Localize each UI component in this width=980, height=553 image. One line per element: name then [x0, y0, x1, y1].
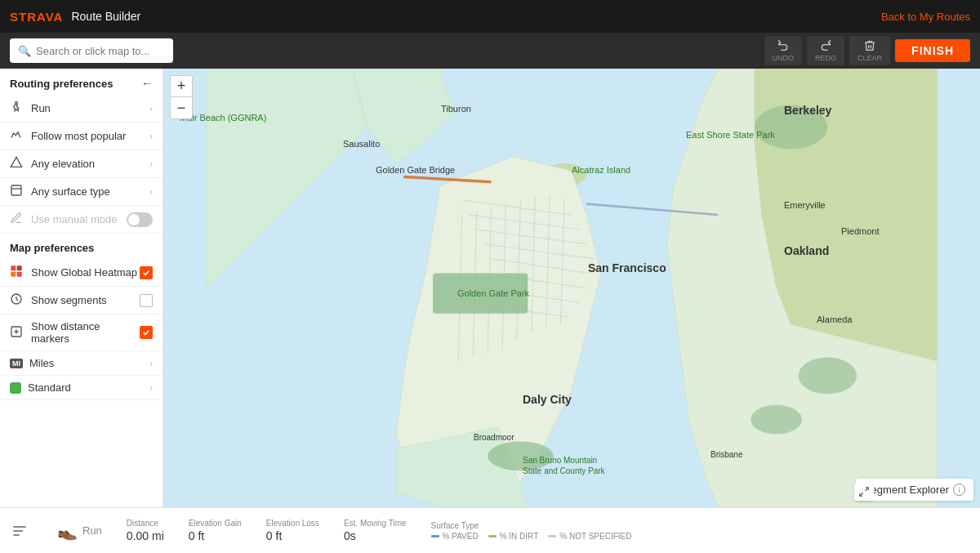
mi-badge: MI	[10, 359, 23, 368]
routing-prefs-header: Routing preferences ←	[0, 69, 163, 95]
svg-line-44	[860, 493, 863, 496]
stat-time-value: 0s	[344, 529, 356, 542]
svg-rect-5	[17, 265, 22, 270]
sidebar-item-surface[interactable]: Any surface type ›	[0, 178, 163, 206]
paved-dot	[431, 535, 439, 537]
strava-logo: STRAVA	[10, 10, 63, 24]
surface-legend-wrap: % PAVED % IN DIRT % NOT SPECIFIED	[431, 532, 632, 541]
unspecified-label: % NOT SPECIFIED	[559, 532, 631, 541]
standard-color-dot	[10, 382, 21, 394]
svg-rect-4	[11, 265, 16, 270]
sidebar-item-segments[interactable]: Show segments	[0, 287, 163, 314]
zoom-in-button[interactable]: +	[171, 76, 192, 97]
unspecified-dot	[548, 535, 556, 537]
sidebar-item-miles[interactable]: MI Miles ›	[0, 351, 163, 376]
search-input[interactable]	[36, 45, 165, 57]
map-svg	[163, 69, 980, 507]
stat-elev-gain-value: 0 ft	[189, 529, 204, 542]
redo-button[interactable]: REDO	[807, 36, 844, 65]
toolbar: 🔍 UNDO REDO CLEAR FINISH	[0, 33, 980, 69]
finish-button[interactable]: FINISH	[895, 39, 970, 62]
distance-markers-checkbox[interactable]	[140, 326, 153, 339]
sidebar-distance-markers-label: Show distance markers	[31, 320, 140, 345]
svg-line-43	[865, 488, 868, 491]
svg-rect-6	[11, 272, 16, 277]
map-area[interactable]: Tiburon Sausalito Muir Beach (GGNRA) Ber…	[163, 69, 980, 507]
app-title: Route Builder	[71, 10, 140, 23]
svg-marker-1	[11, 157, 21, 167]
expand-icon[interactable]	[854, 483, 874, 501]
stat-elevation-loss: Elevation Loss 0 ft	[266, 519, 319, 542]
stat-elevation-gain: Elevation Gain 0 ft	[189, 519, 242, 542]
map-prefs-label: Map preferences	[0, 234, 163, 259]
stat-elev-loss-label: Elevation Loss	[266, 519, 319, 528]
surface-icon	[10, 184, 24, 199]
svg-point-40	[798, 358, 857, 395]
sidebar-back-icon[interactable]: ←	[141, 77, 153, 90]
routing-prefs-label: Routing preferences	[10, 78, 113, 90]
manual-mode-toggle[interactable]	[127, 212, 153, 227]
zoom-controls: + −	[170, 75, 193, 119]
popular-arrow-icon: ›	[149, 131, 153, 142]
dirt-label: % IN DIRT	[500, 532, 539, 541]
surface-type-label: Surface Type	[431, 521, 479, 530]
standard-arrow-icon: ›	[149, 382, 153, 394]
back-to-routes-link[interactable]: Back to My Routes	[881, 11, 970, 23]
activity-type-wrap: 👞 Run	[57, 521, 102, 541]
popular-icon	[10, 128, 24, 144]
search-icon: 🔍	[18, 45, 31, 57]
undo-label: UNDO	[773, 54, 795, 62]
marker-icon	[10, 325, 24, 341]
sidebar-item-standard[interactable]: Standard ›	[0, 376, 163, 400]
svg-rect-2	[11, 185, 21, 195]
undo-button[interactable]: UNDO	[764, 36, 803, 65]
run-arrow-icon: ›	[149, 103, 153, 114]
surface-unspecified: % NOT SPECIFIED	[548, 532, 631, 541]
paved-label: % PAVED	[443, 532, 479, 541]
sidebar-elevation-label: Any elevation	[31, 158, 149, 170]
header: STRAVA Route Builder Back to My Routes	[0, 0, 980, 33]
sidebar-item-heatmap[interactable]: Show Global Heatmap	[0, 259, 163, 287]
sidebar-surface-label: Any surface type	[31, 185, 149, 198]
svg-point-41	[751, 405, 802, 435]
sidebar-segments-label: Show segments	[31, 294, 140, 306]
pencil-icon	[10, 212, 24, 227]
dirt-dot	[488, 535, 497, 537]
heatmap-checkbox[interactable]	[140, 266, 153, 279]
sidebar-popular-label: Follow most popular	[31, 130, 149, 142]
sidebar-item-elevation[interactable]: Any elevation ›	[0, 150, 163, 178]
search-box[interactable]: 🔍	[10, 38, 173, 63]
sidebar-manual-label: Use manual mode	[31, 213, 127, 225]
sidebar-standard-label: Standard	[28, 381, 149, 394]
svg-point-42	[488, 441, 554, 470]
sidebar-item-manual[interactable]: Use manual mode	[0, 206, 163, 234]
stat-moving-time: Est. Moving Time 0s	[344, 519, 407, 542]
redo-label: REDO	[815, 54, 836, 62]
segments-icon	[10, 292, 24, 308]
sidebar: Routing preferences ← Run › Follow most …	[0, 69, 163, 507]
sidebar-run-label: Run	[31, 102, 149, 114]
clear-label: CLEAR	[858, 54, 882, 62]
stat-elev-loss-value: 0 ft	[266, 529, 282, 542]
zoom-out-button[interactable]: −	[171, 97, 192, 118]
elevation-arrow-icon: ›	[149, 158, 153, 170]
segment-explorer-label: Segment Explorer	[864, 484, 949, 496]
sidebar-item-popular[interactable]: Follow most popular ›	[0, 123, 163, 150]
surface-arrow-icon: ›	[149, 186, 153, 198]
sidebar-item-distance-markers[interactable]: Show distance markers	[0, 314, 163, 351]
sort-icon[interactable]	[13, 526, 26, 536]
sidebar-heatmap-label: Show Global Heatmap	[31, 266, 140, 279]
svg-point-0	[16, 101, 18, 104]
info-icon: i	[953, 484, 965, 496]
stat-distance-value: 0.00 mi	[127, 529, 164, 542]
stat-distance: Distance 0.00 mi	[127, 519, 164, 542]
miles-arrow-icon: ›	[149, 358, 153, 369]
surface-paved: % PAVED	[431, 532, 479, 541]
activity-label: Run	[82, 524, 102, 537]
clear-button[interactable]: CLEAR	[849, 36, 890, 65]
sidebar-item-run[interactable]: Run ›	[0, 95, 163, 123]
heatmap-icon	[10, 265, 24, 280]
bottom-bar: 👞 Run Distance 0.00 mi Elevation Gain 0 …	[0, 507, 980, 553]
elevation-icon	[10, 156, 24, 172]
segments-checkbox[interactable]	[140, 294, 153, 307]
